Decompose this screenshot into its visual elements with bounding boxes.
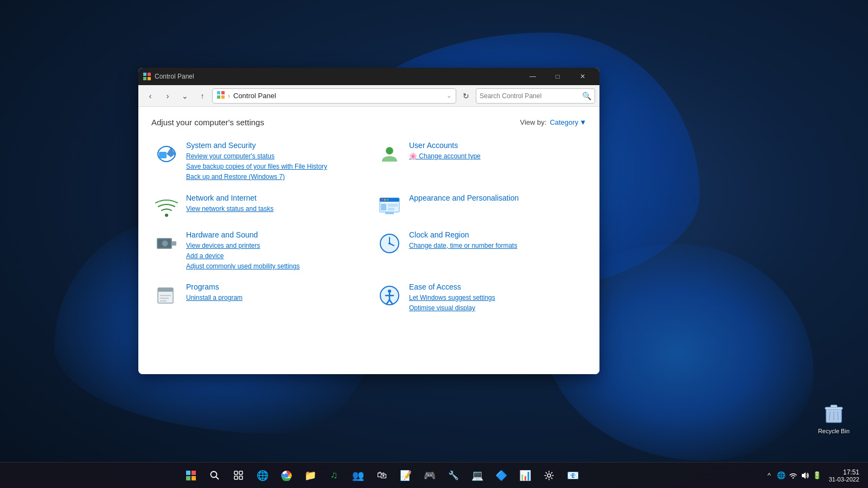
taskbar-chrome-icon[interactable]: [276, 465, 297, 486]
svg-point-31: [164, 242, 166, 245]
category-title-hardware[interactable]: Hardware and Sound: [186, 230, 361, 239]
category-link-system-2[interactable]: Back up and Restore (Windows 7): [186, 172, 361, 182]
category-title-programs[interactable]: Programs: [186, 282, 361, 291]
svg-rect-8: [143, 77, 146, 80]
category-content-network: Network and InternetView network status …: [186, 194, 361, 220]
maximize-button[interactable]: □: [545, 68, 570, 85]
taskbar-edge-icon[interactable]: 🌐: [252, 465, 273, 486]
tray-volume-icon[interactable]: [800, 470, 810, 481]
taskbar-app3-icon[interactable]: 🔷: [490, 465, 512, 486]
category-link-users-0[interactable]: 🌸 Change account type: [409, 151, 584, 162]
category-title-users[interactable]: User Accounts: [409, 141, 584, 150]
view-by-dropdown-icon: ▼: [579, 118, 586, 126]
svg-line-5: [838, 412, 838, 420]
svg-rect-9: [148, 77, 151, 80]
svg-line-3: [829, 412, 830, 420]
category-link-clock-0[interactable]: Change date, time or number formats: [409, 241, 584, 251]
search-bar[interactable]: 🔍: [476, 88, 595, 104]
category-link-system-1[interactable]: Save backup copies of your files with Fi…: [186, 162, 361, 172]
taskbar-app2-icon[interactable]: 🔧: [443, 465, 464, 486]
category-content-clock: Clock and RegionChange date, time or num…: [409, 230, 584, 272]
back-button[interactable]: ‹: [143, 88, 158, 104]
svg-point-61: [793, 477, 794, 478]
close-button[interactable]: ✕: [570, 68, 595, 85]
category-icon-appearance: [376, 194, 403, 220]
tray-wifi-icon[interactable]: [788, 470, 799, 481]
tray-browser-icon[interactable]: 🌐: [776, 470, 787, 481]
taskbar-settings-icon[interactable]: [538, 465, 560, 486]
taskbar-start-button[interactable]: [180, 465, 202, 486]
taskbar-spotify-icon[interactable]: ♫: [323, 465, 345, 486]
category-item-appearance: Appearance and Personalisation: [374, 190, 586, 223]
svg-line-52: [216, 477, 219, 479]
navbar: ‹ › ⌄ ↑ › Control Panel ⌄ ↻: [138, 85, 599, 107]
svg-rect-22: [387, 199, 388, 201]
taskbar-clock[interactable]: 17:51 31-03-2022: [825, 468, 864, 483]
taskbar-store-icon[interactable]: 🛍: [371, 465, 393, 486]
taskbar-taskview-button[interactable]: [228, 465, 250, 486]
category-content-access: Ease of AccessLet Windows suggest settin…: [409, 282, 584, 313]
recycle-bin-icon: [821, 400, 847, 426]
category-title-access[interactable]: Ease of Access: [409, 282, 584, 291]
svg-point-17: [165, 214, 168, 217]
taskbar-search-button[interactable]: [204, 465, 226, 486]
svg-rect-48: [192, 471, 196, 475]
category-item-access: Ease of AccessLet Windows suggest settin…: [374, 279, 586, 317]
category-link-hardware-0[interactable]: View devices and printers: [186, 241, 361, 251]
svg-rect-12: [217, 95, 220, 99]
svg-rect-6: [143, 73, 146, 76]
svg-point-59: [284, 473, 288, 477]
svg-rect-11: [221, 91, 225, 94]
recycle-bin[interactable]: Recycle Bin: [816, 397, 852, 436]
svg-point-60: [547, 474, 551, 477]
titlebar-app-icon: [143, 72, 151, 81]
forward-button[interactable]: ›: [160, 88, 175, 104]
category-link-programs-0[interactable]: Uninstall a program: [186, 293, 361, 303]
taskbar-app4-icon[interactable]: 📊: [514, 465, 536, 486]
svg-marker-62: [802, 472, 806, 479]
category-title-clock[interactable]: Clock and Region: [409, 230, 584, 239]
category-icon-clock: [376, 230, 403, 256]
taskbar-notepad-icon[interactable]: 📝: [395, 465, 417, 486]
taskbar-explorer-icon[interactable]: 📁: [299, 465, 321, 486]
category-content-hardware: Hardware and SoundView devices and print…: [186, 230, 361, 272]
category-link-system-0[interactable]: Review your computer's status: [186, 151, 361, 162]
view-by-value[interactable]: Category ▼: [550, 118, 586, 126]
svg-rect-1: [825, 407, 843, 409]
search-button[interactable]: 🔍: [582, 92, 591, 100]
taskbar-center: 🌐 📁 ♫ 👥 🛍 📝: [0, 465, 764, 486]
category-link-access-1[interactable]: Optimise visual display: [409, 303, 584, 313]
svg-rect-54: [239, 471, 242, 474]
svg-rect-20: [381, 199, 383, 201]
svg-point-16: [386, 147, 393, 154]
minimize-button[interactable]: —: [520, 68, 545, 85]
taskbar-teams-icon[interactable]: 👥: [347, 465, 369, 486]
category-icon-users: [376, 141, 403, 167]
category-link-hardware-2[interactable]: Adjust commonly used mobility settings: [186, 261, 361, 272]
titlebar: Control Panel — □ ✕: [138, 68, 599, 85]
taskbar-vscode-icon[interactable]: 💻: [467, 465, 488, 486]
category-title-network[interactable]: Network and Internet: [186, 194, 361, 202]
address-bar[interactable]: › Control Panel ⌄: [212, 88, 456, 104]
category-content-users: User Accounts🌸 Change account type: [409, 141, 584, 183]
category-icon-programs: [154, 282, 180, 309]
dropdown-button[interactable]: ⌄: [177, 88, 193, 104]
up-button[interactable]: ↑: [195, 88, 210, 104]
taskbar-app1-icon[interactable]: 🎮: [419, 465, 441, 486]
search-input[interactable]: [480, 92, 579, 100]
refresh-button[interactable]: ↻: [458, 88, 474, 104]
taskbar-mail-icon[interactable]: 📧: [562, 465, 584, 486]
category-title-system[interactable]: System and Security: [186, 141, 361, 150]
category-link-hardware-1[interactable]: Add a device: [186, 251, 361, 261]
tray-battery-icon[interactable]: 🔋: [812, 470, 822, 481]
category-title-appearance[interactable]: Appearance and Personalisation: [409, 194, 584, 202]
category-link-network-0[interactable]: View network status and tasks: [186, 204, 361, 214]
category-link-access-0[interactable]: Let Windows suggest settings: [409, 293, 584, 303]
desktop: Recycle Bin Control Panel — □ ✕ ‹: [0, 0, 868, 488]
svg-rect-14: [159, 152, 167, 158]
tray-chevron[interactable]: ^: [764, 470, 775, 481]
view-by-label: View by:: [520, 118, 546, 126]
category-item-users: User Accounts🌸 Change account type: [374, 138, 586, 186]
category-icon-system: [154, 141, 180, 167]
address-dropdown-icon[interactable]: ⌄: [446, 92, 451, 99]
